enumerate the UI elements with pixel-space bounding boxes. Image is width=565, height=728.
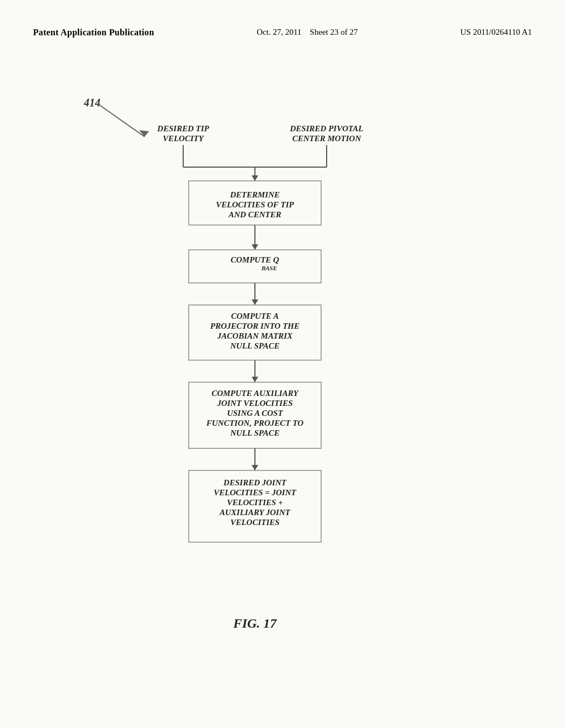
- box-proj-text1: COMPUTE A: [231, 312, 279, 320]
- publication-date: Oct. 27, 2011: [257, 28, 301, 36]
- box-dj-text1: DESIRED JOINT: [223, 478, 287, 487]
- box-compute-base: [189, 250, 321, 283]
- box-base-subscript: BASE: [261, 265, 277, 271]
- box-dj-text4: AUXILIARY JOINT: [219, 508, 291, 517]
- patent-page: Patent Application Publication Oct. 27, …: [0, 0, 565, 728]
- box-proj-text3: JACOBIAN MATRIX: [217, 331, 293, 340]
- sheet-info: Sheet 23 of 27: [310, 28, 358, 36]
- box-aux-text2: JOINT VELOCITIES: [216, 399, 292, 408]
- input-tip-label2: VELOCITY: [163, 134, 205, 143]
- arrow2-head: [252, 299, 258, 305]
- box-aux-text3: USING A COST: [227, 409, 283, 417]
- arrow3-head: [252, 377, 258, 382]
- box-aux-text1: COMPUTE AUXILIARY: [211, 389, 299, 398]
- box-proj-text4: NULL SPACE: [230, 341, 280, 350]
- box-dj-text2: VELOCITIES = JOINT: [214, 488, 296, 497]
- box-aux-text4: FUNCTION, PROJECT TO: [206, 419, 303, 427]
- publication-label: Patent Application Publication: [33, 28, 154, 38]
- box-determine-text1: DETERMINE: [230, 190, 280, 199]
- arrow4-head: [252, 465, 258, 470]
- input-pivotal-label: DESIRED PIVOTAL: [290, 124, 364, 133]
- box-aux-text5: NULL SPACE: [230, 429, 280, 437]
- ref-arrow-line: [98, 104, 145, 137]
- input-pivotal-label2: CENTER MOTION: [292, 134, 362, 143]
- box-base-text1: COMPUTE Q: [231, 255, 279, 264]
- arrow1-head: [252, 244, 258, 250]
- box-determine-text3: AND CENTER: [228, 210, 281, 219]
- flow-diagram: 414 DESIRED TIP VELOCITY DESIRED PIVOTAL…: [34, 65, 531, 672]
- ref-label: 414: [83, 97, 100, 109]
- box-dj-text3: VELOCITIES +: [227, 498, 283, 507]
- box-proj-text2: PROJECTOR INTO THE: [210, 322, 300, 330]
- figure-label: FIG. 17: [233, 616, 278, 630]
- patent-number: US 2011/0264110 A1: [460, 28, 532, 37]
- diagram-area: 414 DESIRED TIP VELOCITY DESIRED PIVOTAL…: [33, 54, 532, 672]
- date-sheet: Oct. 27, 2011 Sheet 23 of 27: [257, 28, 358, 37]
- page-header: Patent Application Publication Oct. 27, …: [33, 28, 532, 38]
- box-dj-text5: VELOCITIES: [230, 518, 279, 527]
- arrow-tip-head: [252, 175, 258, 181]
- box-determine-text2: VELOCITIES OF TIP: [216, 200, 294, 209]
- input-tip-label: DESIRED TIP: [157, 124, 210, 133]
